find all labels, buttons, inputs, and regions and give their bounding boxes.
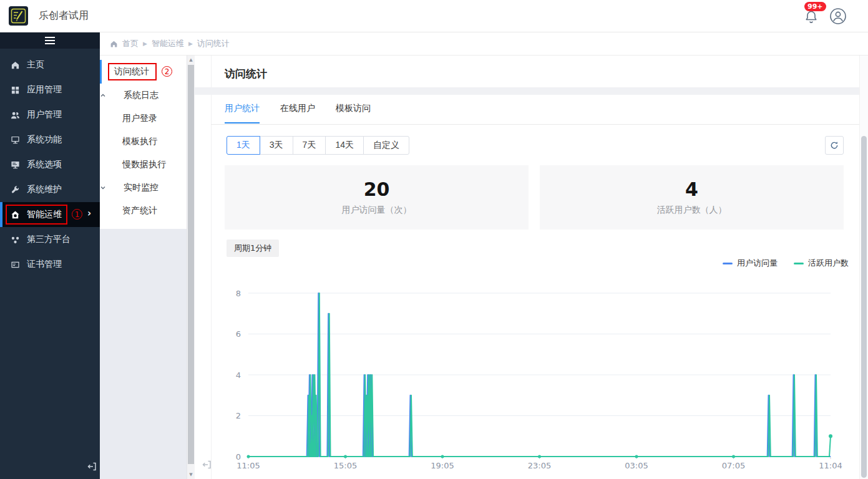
legend-label: 活跃用户数 <box>808 258 849 269</box>
sidebar-item-third-party[interactable]: 第三方平台 <box>0 227 100 252</box>
bell-icon[interactable] <box>804 9 819 24</box>
sidebar-item-label: 系统功能 <box>27 134 62 145</box>
system-options-icon <box>11 160 20 170</box>
exit-icon[interactable] <box>86 461 97 472</box>
range-button-1天[interactable]: 1天 <box>227 136 260 155</box>
sidebar-collapse-toggle[interactable] <box>0 32 100 49</box>
submenu-item-asset-stats[interactable]: 资产统计 <box>100 199 187 222</box>
submenu-item-template-exec[interactable]: 模板执行 <box>100 130 187 153</box>
submenu-item-slow-data-exec[interactable]: 慢数据执行 <box>100 153 187 176</box>
chart-legend: 用户访问量活跃用户数 <box>723 258 849 269</box>
tab-online-users[interactable]: 在线用户 <box>280 103 315 123</box>
range-button-14天[interactable]: 14天 <box>325 136 364 155</box>
legend-item-用户访问量[interactable]: 用户访问量 <box>723 258 778 269</box>
submenu-item-access-stats[interactable]: 访问统计2 <box>100 60 187 84</box>
sidebar-item-label: 应用管理 <box>27 84 62 95</box>
pencil-logo-icon <box>9 6 28 26</box>
svg-text:0: 0 <box>236 452 241 462</box>
sidebar-item-label: 系统选项 <box>27 159 62 170</box>
svg-text:07:05: 07:05 <box>722 461 745 470</box>
annotation-number-2: 2 <box>162 66 172 77</box>
breadcrumb-item[interactable]: 访问统计 <box>197 38 230 49</box>
page-scrollbar[interactable] <box>859 32 868 479</box>
system-maintenance-icon <box>11 185 20 195</box>
chart-area: 0246811:0515:0519:0523:0503:0507:0511:04 <box>211 268 859 479</box>
submenu-scrollbar[interactable]: ▲ ▼ <box>187 56 195 479</box>
submenu-item-label: 资产统计 <box>122 205 157 216</box>
sidebar-item-label: 主页 <box>27 59 44 70</box>
sidebar-item-label: 智能运维 <box>27 209 62 220</box>
tab-bar: 用户统计在线用户模板访问 <box>225 103 371 123</box>
app-management-icon <box>11 85 20 95</box>
user-management-icon <box>11 110 20 120</box>
chevron-down-icon <box>100 185 106 191</box>
sidebar-item-system-functions[interactable]: 系统功能 <box>0 127 100 152</box>
third-party-icon <box>11 235 20 244</box>
stat-label: 活跃用户数（人） <box>657 205 727 216</box>
annotation-number-1: 1 <box>72 209 82 220</box>
time-range-group: 1天3天7天14天自定义 <box>227 136 409 155</box>
scroll-up-arrow-icon[interactable]: ▲ <box>187 56 195 64</box>
refresh-button[interactable] <box>825 136 844 155</box>
svg-text:6: 6 <box>236 329 241 339</box>
sidebar-item-system-maintenance[interactable]: 系统维护 <box>0 177 100 202</box>
scroll-down-arrow-icon[interactable]: ▼ <box>187 470 195 479</box>
submenu-scrollbar-thumb[interactable] <box>188 65 194 464</box>
certificate-icon <box>11 260 20 269</box>
secondary-sidebar: 访问统计2系统日志用户登录模板执行慢数据执行实时监控资产统计 ▲ ▼ <box>100 56 195 479</box>
breadcrumb-separator-icon: ▶ <box>188 41 193 47</box>
access-stats-chart[interactable]: 0246811:0515:0519:0523:0503:0507:0511:04 <box>211 268 859 479</box>
breadcrumb: 首页▶智能运维▶访问统计 <box>100 32 868 56</box>
svg-text:8: 8 <box>236 289 241 298</box>
svg-text:11:05: 11:05 <box>237 461 260 470</box>
range-button-7天[interactable]: 7天 <box>293 136 326 155</box>
svg-text:19:05: 19:05 <box>431 461 454 470</box>
panel-collapse-icon[interactable] <box>201 459 212 470</box>
submenu-item-user-login[interactable]: 用户登录 <box>100 107 187 130</box>
submenu-item-realtime-monitor[interactable]: 实时监控 <box>100 176 187 199</box>
submenu-item-system-logs[interactable]: 系统日志 <box>100 84 187 107</box>
intelligent-ops-icon <box>11 210 20 220</box>
page-title: 访问统计 <box>225 67 267 81</box>
tab-user-stats[interactable]: 用户统计 <box>225 103 260 123</box>
tab-bar-divider <box>211 124 859 125</box>
home-icon <box>11 60 20 70</box>
page-scrollbar-thumb[interactable] <box>861 136 867 478</box>
tab-template-access[interactable]: 模板访问 <box>336 103 371 123</box>
sidebar-item-system-options[interactable]: 系统选项 <box>0 152 100 177</box>
submenu-item-label: 慢数据执行 <box>122 159 166 170</box>
breadcrumb-item[interactable]: 智能运维 <box>152 38 184 49</box>
breadcrumb-separator-icon: ▶ <box>143 41 147 47</box>
period-badge: 周期1分钟 <box>227 240 279 257</box>
submenu: 访问统计2系统日志用户登录模板执行慢数据执行实时监控资产统计 <box>100 56 187 229</box>
sidebar-item-label: 证书管理 <box>27 259 62 270</box>
refresh-icon <box>829 140 839 150</box>
range-button-3天[interactable]: 3天 <box>260 136 293 155</box>
breadcrumb-item[interactable]: 首页 <box>122 38 139 49</box>
sidebar-item-app-management[interactable]: 应用管理 <box>0 77 100 102</box>
app-title: 乐创者试用 <box>39 9 89 22</box>
sidebar-menu: 主页应用管理用户管理系统功能系统选项系统维护智能运维1›第三方平台证书管理 <box>0 52 100 277</box>
submenu-item-label: 访问统计 <box>114 66 149 77</box>
svg-text:23:05: 23:05 <box>528 461 551 470</box>
legend-label: 用户访问量 <box>737 258 778 269</box>
screen: 乐创者试用 99+ 主页应用管理用户管理系统功能系统选项系统维护智能运维1›第三… <box>0 0 868 479</box>
sidebar-item-label: 用户管理 <box>27 109 62 120</box>
home-icon <box>110 40 118 48</box>
svg-text:4: 4 <box>236 370 241 380</box>
stat-cards: 20用户访问量（次）4活跃用户数（人） <box>225 165 844 230</box>
legend-dash <box>794 263 804 264</box>
svg-text:15:05: 15:05 <box>334 461 357 470</box>
stat-card: 20用户访问量（次） <box>225 165 529 230</box>
svg-text:11:04: 11:04 <box>819 461 842 470</box>
submenu-item-label: 用户登录 <box>122 113 157 124</box>
svg-text:2: 2 <box>236 411 241 420</box>
chevron-up-icon <box>100 92 106 99</box>
range-button-自定义[interactable]: 自定义 <box>363 136 409 155</box>
avatar-icon[interactable] <box>829 7 847 25</box>
legend-item-活跃用户数[interactable]: 活跃用户数 <box>794 258 849 269</box>
sidebar-item-intelligent-ops[interactable]: 智能运维1› <box>0 202 100 227</box>
sidebar-item-user-management[interactable]: 用户管理 <box>0 102 100 127</box>
sidebar-item-certificate[interactable]: 证书管理 <box>0 252 100 277</box>
sidebar-item-home[interactable]: 主页 <box>0 52 100 77</box>
